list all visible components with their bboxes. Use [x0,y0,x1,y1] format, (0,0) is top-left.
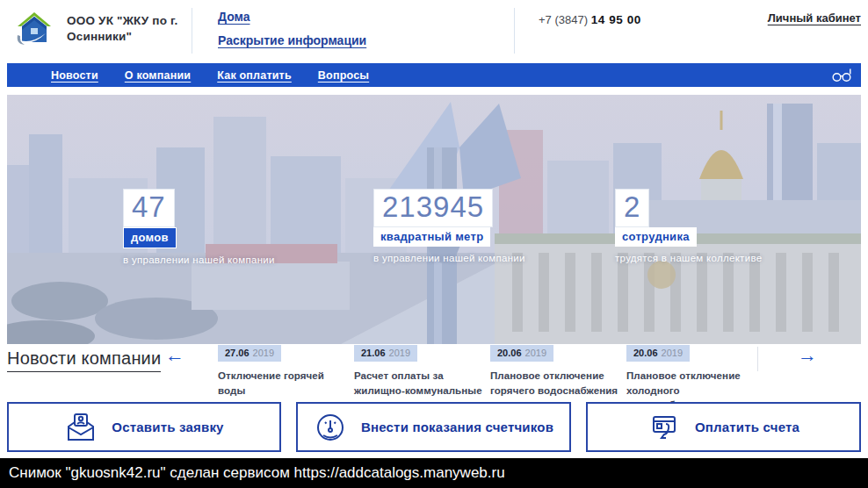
phone-number: +7 (3847) 14 95 00 [539,13,641,26]
quick-actions: Оставить заявку Внести показания счетчик… [0,402,868,452]
news-date-badge: 20.062019 [626,345,690,362]
news-date: 27.06 [225,348,250,358]
header-divider [192,8,192,54]
stat-caption: в управлении нашей компании [123,255,275,265]
nav-item-questions[interactable]: Вопросы [318,69,369,82]
personal-account-link[interactable]: Личный кабинет [768,11,861,25]
stat-employees: 2 сотрудника трудятся в нашем коллективе [615,189,762,263]
submit-request-button[interactable]: Оставить заявку [7,402,281,452]
news-divider [757,347,758,371]
header-links: Дома Раскрытие информации [218,10,366,47]
news-item[interactable]: 20.062019 Плановое отключение горячего в… [490,344,622,398]
company-name: ООО УК "ЖКУ по г. Осинники" [67,13,185,44]
prev-arrow-button[interactable]: ← [165,346,184,365]
header-divider [514,8,515,54]
nav-item-about[interactable]: О компании [125,69,191,82]
stat-houses: 47 домов в управлении нашей компании [123,189,275,265]
meter-icon [314,411,347,444]
page: ООО УК "ЖКУ по г. Осинники" Дома Раскрыт… [0,0,868,488]
header: ООО УК "ЖКУ по г. Осинники" Дома Раскрыт… [0,0,868,61]
nav-item-how-to-pay[interactable]: Как оплатить [217,69,292,82]
news-date: 20.06 [497,348,522,358]
brand[interactable]: ООО УК "ЖКУ по г. Осинники" [14,9,185,49]
action-label: Оставить заявку [112,420,223,434]
news-year: 2019 [389,348,410,358]
news-date: 21.06 [361,348,386,358]
news-date: 20.06 [633,348,658,358]
news-year: 2019 [662,348,683,358]
news-year: 2019 [525,348,546,358]
nav-item-news[interactable]: Новости [51,69,98,82]
next-arrow-button[interactable]: → [798,346,817,365]
news-item-title: Отключение горячей воды [218,369,350,398]
stat-label: квадратный метр [373,227,490,247]
link-disclosure[interactable]: Раскрытие информации [218,33,366,47]
link-houses[interactable]: Дома [218,10,366,24]
news-section: Новости компании ← 27.062019 Отключение … [0,344,868,400]
news-section-title: Новости компании [7,348,161,372]
company-logo-icon [14,9,54,49]
action-label: Внести показания счетчиков [361,420,553,434]
stat-label: домов [123,227,177,248]
stat-value: 47 [123,189,175,227]
hero-banner: 47 домов в управлении нашей компании 213… [7,95,861,344]
accessibility-glasses-icon[interactable] [831,68,852,83]
phone-prefix: +7 (3847) [539,13,591,26]
envelope-request-icon [64,411,98,444]
stat-value: 2 [615,189,649,227]
stat-label: сотрудника [615,227,697,247]
action-label: Оплатить счета [695,420,799,434]
main-nav: Новости О компании Как оплатить Вопросы [7,63,861,87]
news-item[interactable]: 27.062019 Отключение горячей воды [218,344,350,398]
stat-square-meters: 213945 квадратный метр в управлении наше… [373,189,525,263]
stat-caption: трудятся в нашем коллективе [615,253,762,263]
payment-icon [647,411,681,444]
footer-text: Снимок "gkuosnk42.ru" сделан сервисом ht… [9,464,505,482]
news-year: 2019 [253,348,274,358]
pay-bills-button[interactable]: Оплатить счета [586,402,861,452]
phone-bold: 14 95 00 [591,13,641,26]
stat-value: 213945 [373,189,493,227]
stat-caption: в управлении нашей компании [373,253,525,263]
news-date-badge: 21.062019 [354,345,417,362]
news-item-title: Плановое отключение горячего водоснабжен… [490,369,622,398]
submit-meter-readings-button[interactable]: Внести показания счетчиков [296,402,571,452]
footer: Снимок "gkuosnk42.ru" сделан сервисом ht… [0,458,868,488]
news-date-badge: 27.062019 [218,345,281,362]
news-date-badge: 20.062019 [490,345,553,362]
